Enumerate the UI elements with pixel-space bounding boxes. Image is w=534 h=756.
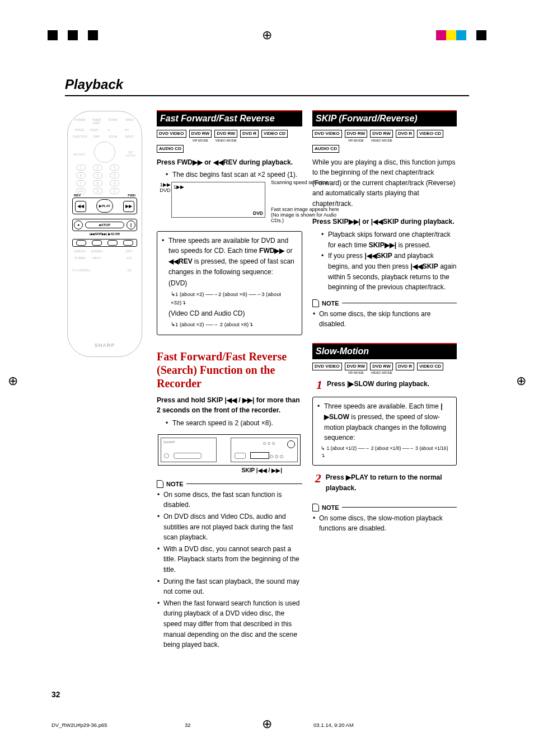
remote-label: VOL	[121, 256, 137, 260]
title-rule	[65, 95, 469, 96]
step-number: 2	[312, 472, 321, 493]
step-number: 1	[312, 379, 322, 391]
remote-label: AUDIO	[87, 128, 101, 132]
dvd-label: DVD	[253, 210, 263, 216]
recorder-front-figure: SHARP	[158, 434, 301, 466]
note-label: NOTE	[322, 300, 339, 307]
remote-play-block: REV FWD ◀◀ ▶PLAY ▶▶	[72, 198, 137, 214]
remote-label: TV CONTROL	[72, 269, 100, 272]
seq-label: (Video CD and Audio CD)	[162, 308, 297, 319]
disc-tag: AUDIO CD	[312, 145, 339, 153]
disc-tag-sub: VR MODE	[348, 139, 364, 142]
remote-logo: SHARP	[68, 342, 142, 348]
remote-label: TIMER STBY	[88, 118, 104, 125]
remote-label: DNR	[88, 135, 104, 138]
disc-tag: DVD RW	[214, 130, 237, 138]
disc-tag-sub: VR MODE	[193, 139, 208, 142]
remote-label: POWER	[72, 118, 88, 125]
disc-tag: DVD R	[240, 130, 259, 138]
remote-numkey: 3	[110, 165, 119, 171]
remote-numkey: 0	[93, 188, 102, 194]
instruction-text: Press FWD▶▶ or ◀◀REV during playback.	[157, 157, 302, 168]
disc-compatibility-tags: DVD VIDEO DVD RWVR MODE DVD RWVIDEO MODE…	[157, 130, 302, 153]
remote-label: FUNCTION	[72, 135, 88, 138]
remote-pause-button: ||	[127, 220, 135, 229]
disc-tag-sub: VIDEO MODE	[371, 371, 392, 374]
remote-label: POWER	[72, 256, 88, 260]
remote-numkey: 5	[93, 172, 102, 179]
info-box: Three speeds are available. Each time |▶…	[312, 397, 457, 466]
note-label: NOTE	[166, 481, 184, 487]
disc-tag: VIDEO CD	[261, 130, 288, 138]
remote-label: INPUT	[121, 135, 137, 138]
remote-label: CH	[121, 269, 137, 272]
seq-line: ↳ 1 (about ×1/2) ──→ 2 (about ×1/8) ──→ …	[317, 445, 452, 460]
instruction-text: Press SKIP▶▶| or |◀◀SKIP during playback…	[312, 217, 457, 227]
disc-tag: VIDEO CD	[417, 363, 443, 370]
note-item: During the fast scan playback, the sound…	[157, 576, 302, 597]
subsection-heading: Fast Forward/Fast Reverse (Search) Funct…	[157, 350, 302, 391]
disc-tag: DVD RW	[370, 363, 393, 370]
remote-button	[125, 173, 130, 179]
disc-tag-sub: VIDEO MODE	[371, 139, 392, 142]
note-header: NOTE	[157, 480, 302, 488]
disc-tag: DVD VIDEO	[312, 363, 342, 370]
remote-fwd-button: ▶▶	[123, 201, 134, 212]
note-item: With a DVD disc, you cannot search past …	[157, 544, 302, 575]
disc-tag: AUDIO CD	[157, 145, 184, 153]
remote-skip-label: |◀◀SKIP▶▶| |▶SLOW	[72, 232, 137, 236]
note-list: On some discs, the fast scan function is…	[157, 490, 302, 650]
remote-label: ANGLE	[72, 128, 87, 132]
note-label: NOTE	[322, 504, 339, 511]
disc-tag: DVD RW	[345, 130, 368, 138]
remote-play-button: ▶PLAY	[96, 199, 113, 213]
note-item: On some discs, the slow-motion playback …	[312, 513, 457, 534]
registration-mark-icon: ⊕	[8, 374, 18, 388]
remote-button	[125, 261, 130, 267]
remote-button	[125, 166, 130, 171]
remote-button	[106, 261, 111, 267]
remote-numkey: 2	[93, 165, 102, 171]
scan-indicator-callout: 1▶▶DVD	[159, 181, 171, 193]
remote-label: CH	[116, 128, 137, 132]
remote-label: ZOOM	[105, 135, 121, 138]
info-box: Three speeds are available for DVD and t…	[157, 231, 302, 335]
section-heading: Fast Forward/Fast Reverse	[157, 110, 302, 126]
column-right: SKIP (Forward/Reverse) DVD VIDEO DVD RWV…	[312, 110, 457, 535]
footer-filename: DV_RW2U#p29-36.p65	[51, 722, 107, 728]
disc-tag-sub: VIDEO MODE	[215, 139, 236, 142]
body-bullet: Playback skips forward one chapter/track…	[312, 229, 457, 250]
column-left: Fast Forward/Fast Reverse DVD VIDEO DVD …	[157, 110, 302, 651]
step-2: 2 Press ▶PLAY to return to the normal pl…	[312, 472, 457, 493]
disc-tag: DVD R	[396, 130, 414, 138]
disc-tag: DVD RW	[189, 130, 212, 138]
note-icon	[312, 504, 319, 511]
instruction-text: Press and hold SKIP |◀◀ / ▶▶| for more t…	[157, 395, 302, 416]
disc-tag: VIDEO CD	[417, 130, 443, 138]
remote-label: DISPLAY	[72, 250, 88, 253]
remote-label: OPEN	[121, 118, 137, 125]
disc-compatibility-tags: DVD VIDEO DVD RWVR MODE DVD RWVIDEO MODE…	[312, 130, 457, 153]
seq-line: ↳1 (about ×2) ──→2 (about ×8) ──→3 (abou…	[162, 290, 297, 307]
remote-rec-button: ●	[74, 220, 83, 229]
remote-numkey: 9	[110, 180, 119, 186]
remote-label	[105, 256, 121, 260]
registration-mark-icon: ⊕	[516, 374, 526, 388]
remote-label: EDIT	[121, 250, 137, 253]
seq-label: (DVD)	[162, 278, 297, 289]
note-item: On some discs, the skip functions are di…	[312, 309, 457, 330]
registration-mark-icon: ⊕	[262, 717, 272, 731]
screen-diagram: 1▶▶ DVD	[171, 182, 265, 218]
disc-tag: DVD RW	[345, 363, 368, 370]
note-item: When the fast forward search function is…	[157, 598, 302, 650]
remote-label: INPUT	[88, 256, 104, 260]
intro-text: While you are playing a disc, this funct…	[312, 157, 457, 209]
step-1: 1 Press |▶SLOW during playback.	[312, 379, 457, 391]
section-heading: Slow-Motion	[312, 343, 457, 359]
remote-fwd-label: FWD	[128, 194, 135, 197]
disc-tag-sub: VR MODE	[348, 371, 364, 374]
remote-label: SCREEN	[88, 250, 104, 253]
remote-label	[105, 250, 121, 253]
disc-tag: DVD R	[396, 363, 414, 370]
remote-label: DOWN	[105, 118, 121, 125]
